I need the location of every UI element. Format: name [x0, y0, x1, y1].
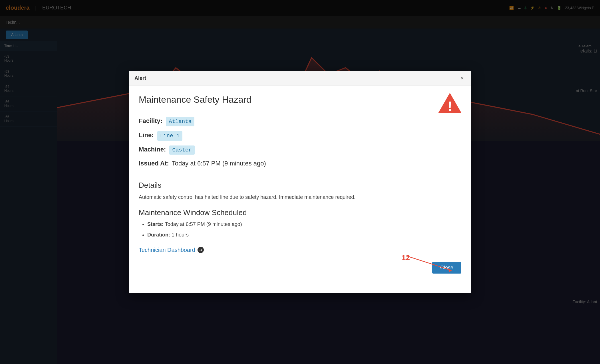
facility-value: Atlanta: [166, 117, 194, 126]
alert-modal: Alert × ! Maintenance Safety Hazard Faci…: [129, 71, 471, 293]
starts-item: Starts: Today at 6:57 PM (9 minutes ago): [147, 221, 461, 228]
machine-value: Caster: [169, 145, 194, 155]
modal-body: ! Maintenance Safety Hazard Facility: At…: [129, 86, 471, 293]
maintenance-heading: Maintenance Window Scheduled: [139, 208, 461, 217]
footer-area: 12 Close: [139, 262, 461, 285]
annotation-container: 12: [402, 253, 410, 262]
line-row: Line: Line 1: [139, 131, 461, 141]
modal-header-title: Alert: [134, 75, 146, 81]
line-value: Line 1: [157, 131, 182, 141]
svg-text:!: !: [448, 99, 452, 114]
technician-dashboard-link[interactable]: Technician Dashboard ➜: [139, 247, 204, 253]
machine-row: Machine: Caster: [139, 145, 461, 155]
starts-value: Today at 6:57 PM (9 minutes ago): [165, 221, 242, 227]
details-heading: Details: [139, 181, 461, 190]
machine-label: Machine:: [139, 146, 166, 153]
modal-overlay: Alert × ! Maintenance Safety Hazard Faci…: [0, 0, 600, 364]
arrow-circle-icon: ➜: [198, 247, 204, 253]
facility-row: Facility: Atlanta: [139, 117, 461, 126]
annotation-arrow: [407, 256, 459, 273]
details-text: Automatic safety control has halted line…: [139, 193, 461, 201]
technician-dashboard-label: Technician Dashboard: [139, 247, 195, 253]
duration-item: Duration: 1 hours: [147, 231, 461, 239]
maintenance-list: Starts: Today at 6:57 PM (9 minutes ago)…: [139, 221, 461, 239]
divider-2: [139, 174, 461, 174]
svg-marker-3: [447, 268, 452, 272]
facility-label: Facility:: [139, 117, 162, 124]
warning-triangle-icon: !: [437, 92, 463, 114]
issued-at-label: Issued At:: [139, 160, 169, 167]
starts-label: Starts:: [147, 221, 164, 227]
divider-1: [139, 111, 461, 111]
issued-at-row: Issued At: Today at 6:57 PM (9 minutes a…: [139, 159, 461, 168]
line-label: Line:: [139, 132, 154, 139]
duration-value: 1 hours: [172, 232, 189, 238]
modal-close-x-button[interactable]: ×: [459, 75, 466, 82]
issued-at-value: Today at 6:57 PM (9 minutes ago): [172, 160, 266, 167]
alert-title: Maintenance Safety Hazard: [139, 94, 461, 105]
duration-label: Duration:: [147, 232, 170, 238]
svg-line-2: [407, 256, 452, 270]
modal-header: Alert ×: [129, 71, 471, 86]
